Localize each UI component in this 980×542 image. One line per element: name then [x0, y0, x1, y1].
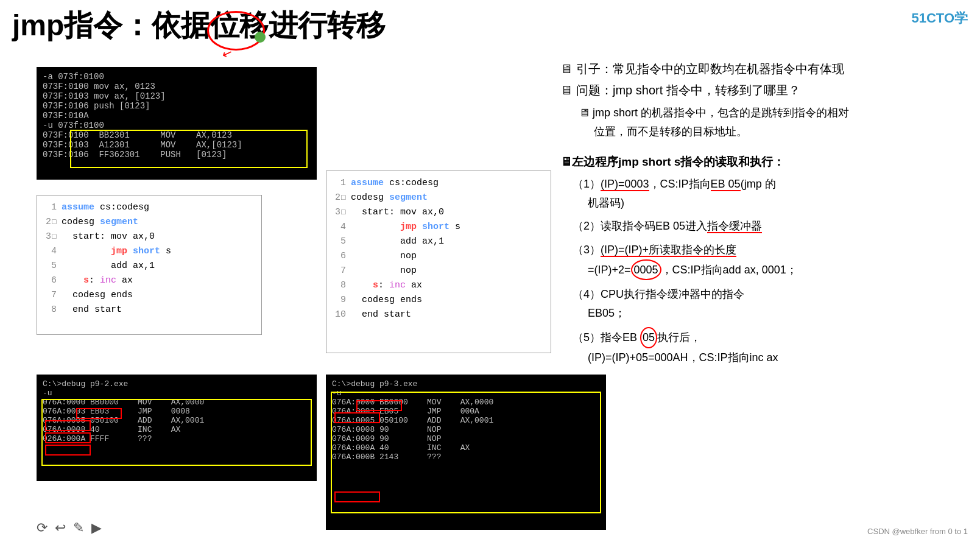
intro-line-1: 🖥 引子：常见指令中的立即数均在机器指令中有体现 [560, 61, 968, 77]
red-arrow-annotation: ↙ [220, 44, 234, 62]
intro-text-1: 引子：常见指令中的立即数均在机器指令中有体现 [576, 61, 844, 77]
terminal-bottom-left: C:\>debug p9-2.exe -u 076A:0000 BB0000 M… [37, 375, 317, 481]
icon-play[interactable]: ▶ [91, 520, 102, 536]
code-line: 2☐codesg segment [334, 191, 543, 205]
intro-line-2: 🖥 问题：jmp short 指令中，转移到了哪里？ [560, 82, 968, 99]
green-dot-annotation [255, 32, 266, 43]
red-box-bl2 [45, 420, 91, 431]
terminal-bottom-right: C:\>debug p9-3.exe -u 076A:0000 BB0000 M… [326, 375, 606, 530]
right-panel: 🖥 引子：常见指令中的立即数均在机器指令中有体现 🖥 问题：jmp short … [560, 61, 968, 372]
code-line: 7 codesg ends [44, 288, 254, 303]
red-box-bl1 [76, 408, 122, 419]
csdn-credit: CSDN @webfker from 0 to 1 [867, 527, 968, 536]
steps-container: （1）(IP)=0003，CS:IP指向EB 05(jmp 的 机器码) （2）… [573, 175, 968, 367]
red-box-br3 [334, 491, 380, 502]
code-line: 10 end start [334, 308, 543, 322]
terminal-line: -u 073f:0100 [43, 121, 311, 130]
code-line: 5 add ax,1 [44, 259, 254, 273]
terminal-line: 073F:010A [43, 111, 311, 121]
icon-undo[interactable]: ↩ [55, 520, 66, 536]
intro-text-2: 问题：jmp short 指令中，转移到了哪里？ [576, 82, 800, 99]
section-title: 🖥左边程序jmp short s指令的读取和执行： [560, 154, 968, 170]
code-line: 7 nop [334, 264, 543, 278]
code-line: 1assume cs:codesg [334, 176, 543, 191]
code-line: 5 add ax,1 [334, 234, 543, 249]
terminal-line: 073F:0106 push [0123] [43, 101, 311, 111]
code-line: 9 codesg ends [334, 293, 543, 308]
step-4: （4）CPU执行指令缓冲器中的指令 EB05； [573, 285, 968, 322]
code-line: 8 end start [44, 303, 254, 317]
bottom-icons-bar: ⟳ ↩ ✎ ▶ [37, 520, 102, 536]
code-line: 6 nop [334, 249, 543, 264]
terminal-line: C:\>debug p9-3.exe [332, 379, 600, 389]
step-2: （2）读取指令码EB 05进入指令缓冲器 [573, 217, 968, 236]
terminal-line: -u [43, 389, 311, 398]
terminal-line: 073F:0100 mov ax, 0123 [43, 82, 311, 91]
terminal-top-left: -a 073f:0100 073F:0100 mov ax, 0123 073F… [37, 67, 317, 180]
icon-edit[interactable]: ✎ [73, 520, 84, 536]
terminal-line: -a 073f:0100 [43, 72, 311, 82]
step-3: （3）(IP)=(IP)+所读取指令的长度 =(IP)+2=0005，CS:IP… [573, 241, 968, 280]
icon-refresh[interactable]: ⟳ [37, 520, 48, 536]
code-block-right: 1assume cs:codesg 2☐codesg segment 3☐ st… [326, 171, 551, 353]
watermark: 51CTO学 [911, 9, 968, 27]
code-line: 1assume cs:codesg [44, 200, 254, 215]
title-area: jmp指令：依据位移进行转移 [12, 6, 386, 45]
code-line: 4 jmp short s [44, 244, 254, 259]
terminal-line: 073F:0103 mov ax, [0123] [43, 91, 311, 101]
code-line: 2☐codesg segment [44, 215, 254, 230]
code-line: 3☐ start: mov ax,0 [44, 230, 254, 244]
code-line: 6 s: inc ax [44, 273, 254, 288]
red-box-br1 [356, 400, 402, 411]
pc-icon-2: 🖥 [560, 83, 573, 97]
page-title: jmp指令：依据位移进行转移 [12, 6, 386, 45]
code-line: 3☐ start: mov ax,0 [334, 205, 543, 220]
step-5: （5）指令EB 05执行后， (IP)=(IP)+05=000AH，CS:IP指… [573, 327, 968, 367]
code-line: 8 s: inc ax [334, 278, 543, 293]
terminal-line: C:\>debug p9-2.exe [43, 379, 311, 389]
red-box-br2 [334, 412, 380, 423]
pc-icon-1: 🖥 [560, 62, 573, 76]
step-1: （1）(IP)=0003，CS:IP指向EB 05(jmp 的 机器码) [573, 175, 968, 212]
red-box-bl3 [45, 432, 91, 443]
red-box-bl4 [45, 445, 91, 456]
intro-detail: 🖥 jmp short 的机器指令中，包含的是跳转到指令的相对 位置，而不是转移… [579, 104, 968, 141]
terminal-highlight-box [70, 130, 308, 168]
code-line: 4 jmp short s [334, 220, 543, 234]
code-block-left: 1assume cs:codesg 2☐codesg segment 3☐ st… [37, 195, 262, 335]
